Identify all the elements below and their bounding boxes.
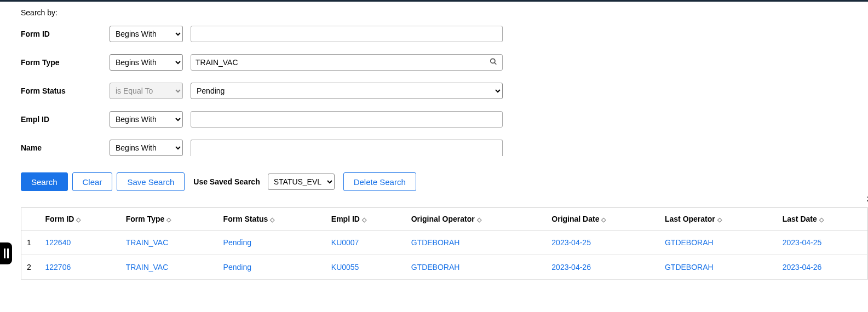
cell-last-op[interactable]: GTDEBORAH	[665, 238, 714, 247]
criteria-label: Form Status	[21, 86, 110, 95]
cell-empl-id[interactable]: KU0007	[331, 238, 359, 247]
cell-last-op[interactable]: GTDEBORAH	[665, 263, 714, 271]
save-search-button[interactable]: Save Search	[117, 172, 185, 191]
criteria-row-empl-id: Empl ID Begins With	[21, 111, 868, 128]
row-number: 1	[21, 230, 40, 255]
action-bar: Search Clear Save Search Use Saved Searc…	[21, 172, 868, 191]
cell-form-status[interactable]: Pending	[223, 238, 251, 247]
use-saved-search-label: Use Saved Search	[193, 177, 260, 186]
criteria-row-name: Name Begins With	[21, 140, 868, 156]
cell-last-date[interactable]: 2023-04-25	[783, 238, 822, 247]
criteria-label: Form ID	[21, 30, 110, 38]
sort-icon: ◇	[166, 216, 171, 223]
criteria-label: Name	[21, 143, 110, 152]
results-header-row: Form ID◇ Form Type◇ Form Status◇ Empl ID…	[21, 208, 868, 230]
cell-form-id[interactable]: 122640	[45, 238, 71, 247]
delete-search-button[interactable]: Delete Search	[343, 172, 416, 191]
row-number: 2	[21, 255, 40, 280]
search-button[interactable]: Search	[21, 172, 68, 191]
cell-last-date[interactable]: 2023-04-26	[783, 263, 822, 271]
criteria-input-form-id[interactable]	[191, 26, 503, 42]
results-area: 2 Form ID◇ Form Type◇ Form Status◇ Empl …	[21, 207, 868, 280]
criteria-row-form-type: Form Type Begins With	[21, 54, 868, 71]
cell-orig-date[interactable]: 2023-04-25	[551, 238, 591, 247]
search-by-label: Search by:	[21, 8, 868, 17]
results-table: Form ID◇ Form Type◇ Form Status◇ Empl ID…	[21, 207, 868, 280]
col-last-date[interactable]: Last Date◇	[777, 208, 868, 230]
col-form-type[interactable]: Form Type◇	[120, 208, 218, 230]
criteria-label: Empl ID	[21, 115, 110, 124]
table-row: 2 122706 TRAIN_VAC Pending KU0055 GTDEBO…	[21, 255, 868, 280]
cell-form-type[interactable]: TRAIN_VAC	[126, 238, 169, 247]
criteria-input-empl-id[interactable]	[191, 111, 503, 128]
cell-orig-op[interactable]: GTDEBORAH	[411, 263, 460, 271]
clear-button[interactable]: Clear	[72, 172, 113, 191]
sort-icon: ◇	[76, 216, 81, 223]
saved-search-select[interactable]: STATUS_EVL	[268, 174, 335, 190]
criteria-row-form-id: Form ID Begins With	[21, 26, 868, 42]
criteria-row-form-status: Form Status is Equal To Pending	[21, 83, 868, 99]
col-form-id[interactable]: Form ID◇	[40, 208, 120, 230]
svg-point-0	[491, 59, 495, 63]
criteria-select-form-status[interactable]: Pending	[191, 83, 503, 99]
criteria-label: Form Type	[21, 58, 110, 67]
sort-icon: ◇	[601, 216, 606, 223]
operator-select[interactable]: Begins With	[110, 111, 183, 128]
search-panel: Search by: Form ID Begins With Form Type…	[0, 2, 868, 280]
criteria-input-name[interactable]	[191, 140, 503, 156]
cell-orig-date[interactable]: 2023-04-26	[551, 263, 591, 271]
operator-select[interactable]: Begins With	[110, 140, 183, 156]
table-row: 1 122640 TRAIN_VAC Pending KU0007 GTDEBO…	[21, 230, 868, 255]
sort-icon: ◇	[362, 216, 366, 223]
operator-select[interactable]: Begins With	[110, 26, 183, 42]
lookup-icon[interactable]	[490, 58, 497, 67]
cell-form-id[interactable]: 122706	[45, 263, 71, 271]
col-last-op[interactable]: Last Operator◇	[659, 208, 777, 230]
col-form-status[interactable]: Form Status◇	[218, 208, 326, 230]
sort-icon: ◇	[717, 216, 722, 223]
cell-form-status[interactable]: Pending	[223, 263, 251, 271]
cell-form-type[interactable]: TRAIN_VAC	[126, 263, 169, 271]
cell-empl-id[interactable]: KU0055	[331, 263, 359, 271]
col-orig-op[interactable]: Original Operator◇	[406, 208, 547, 230]
sort-icon: ◇	[270, 216, 274, 223]
col-orig-date[interactable]: Original Date◇	[546, 208, 659, 230]
operator-select[interactable]: Begins With	[110, 54, 183, 71]
cell-orig-op[interactable]: GTDEBORAH	[411, 238, 460, 247]
sort-icon: ◇	[819, 216, 824, 223]
sort-icon: ◇	[477, 216, 481, 223]
criteria-input-form-type[interactable]	[191, 54, 503, 71]
operator-select: is Equal To	[110, 83, 183, 99]
collapse-panel-handle[interactable]	[0, 242, 12, 264]
col-empl-id[interactable]: Empl ID◇	[326, 208, 406, 230]
svg-line-1	[495, 62, 497, 65]
